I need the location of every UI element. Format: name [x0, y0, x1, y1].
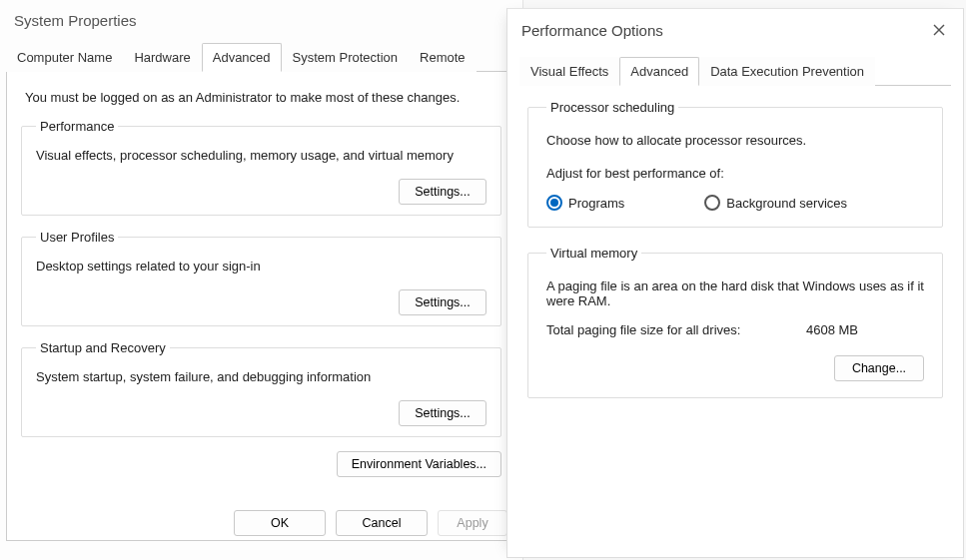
sysprop-advanced-pane: You must be logged on as an Administrato…	[6, 72, 516, 541]
group-startup-legend: Startup and Recovery	[36, 340, 170, 355]
processor-desc: Choose how to allocate processor resourc…	[546, 133, 924, 148]
perf-titlebar: Performance Options	[507, 9, 963, 53]
group-virtual-memory: Virtual memory A paging file is an area …	[527, 246, 943, 398]
apply-button[interactable]: Apply	[438, 510, 507, 536]
vmem-legend: Virtual memory	[546, 246, 641, 261]
performance-options-title: Performance Options	[521, 22, 663, 39]
group-profiles-legend: User Profiles	[36, 230, 118, 245]
group-startup-recovery: Startup and Recovery System startup, sys…	[21, 340, 501, 437]
tab-system-protection[interactable]: System Protection	[282, 43, 410, 72]
close-icon[interactable]	[925, 19, 953, 41]
perf-tabs: Visual Effects Advanced Data Execution P…	[519, 57, 951, 86]
vmem-desc: A paging file is an area on the hard dis…	[546, 279, 924, 308]
tab-perf-advanced[interactable]: Advanced	[619, 57, 699, 86]
group-performance-desc: Visual effects, processor scheduling, me…	[36, 148, 486, 163]
perf-pane: Visual Effects Advanced Data Execution P…	[507, 53, 963, 398]
tab-computer-name[interactable]: Computer Name	[6, 43, 123, 72]
radio-background-label: Background services	[726, 196, 847, 211]
environment-variables-button[interactable]: Environment Variables...	[337, 451, 501, 477]
group-profiles-desc: Desktop settings related to your sign-in	[36, 259, 486, 274]
system-properties-window: System Properties Computer Name Hardware…	[0, 0, 523, 560]
group-performance-legend: Performance	[36, 119, 118, 134]
tab-remote[interactable]: Remote	[409, 43, 477, 72]
vmem-total-value: 4608 MB	[806, 322, 924, 337]
group-user-profiles: User Profiles Desktop settings related t…	[21, 230, 501, 326]
system-properties-title: System Properties	[0, 0, 522, 43]
processor-adjust-label: Adjust for best performance of:	[546, 166, 924, 181]
group-performance: Performance Visual effects, processor sc…	[21, 119, 501, 216]
sysprop-tabs: Computer Name Hardware Advanced System P…	[6, 43, 516, 72]
tab-advanced[interactable]: Advanced	[202, 43, 282, 72]
profiles-settings-button[interactable]: Settings...	[399, 289, 486, 315]
radio-background-services[interactable]: Background services	[704, 195, 847, 211]
tab-visual-effects[interactable]: Visual Effects	[519, 57, 619, 86]
group-startup-desc: System startup, system failure, and debu…	[36, 369, 486, 384]
ok-button[interactable]: OK	[234, 510, 326, 536]
startup-settings-button[interactable]: Settings...	[399, 400, 486, 426]
performance-options-window: Performance Options Visual Effects Advan…	[506, 8, 964, 558]
radio-background-indicator	[704, 195, 720, 211]
tab-dep[interactable]: Data Execution Prevention	[699, 57, 875, 86]
admin-notice: You must be logged on as an Administrato…	[21, 90, 501, 105]
radio-programs-indicator	[546, 195, 562, 211]
cancel-button[interactable]: Cancel	[336, 510, 428, 536]
tab-hardware[interactable]: Hardware	[123, 43, 201, 72]
radio-programs[interactable]: Programs	[546, 195, 624, 211]
sysprop-footer: OK Cancel Apply	[7, 510, 515, 536]
vmem-change-button[interactable]: Change...	[834, 355, 924, 381]
performance-settings-button[interactable]: Settings...	[399, 179, 486, 205]
vmem-total-label: Total paging file size for all drives:	[546, 322, 806, 337]
group-processor-scheduling: Processor scheduling Choose how to alloc…	[527, 100, 943, 228]
processor-legend: Processor scheduling	[546, 100, 678, 115]
radio-programs-label: Programs	[568, 196, 624, 211]
